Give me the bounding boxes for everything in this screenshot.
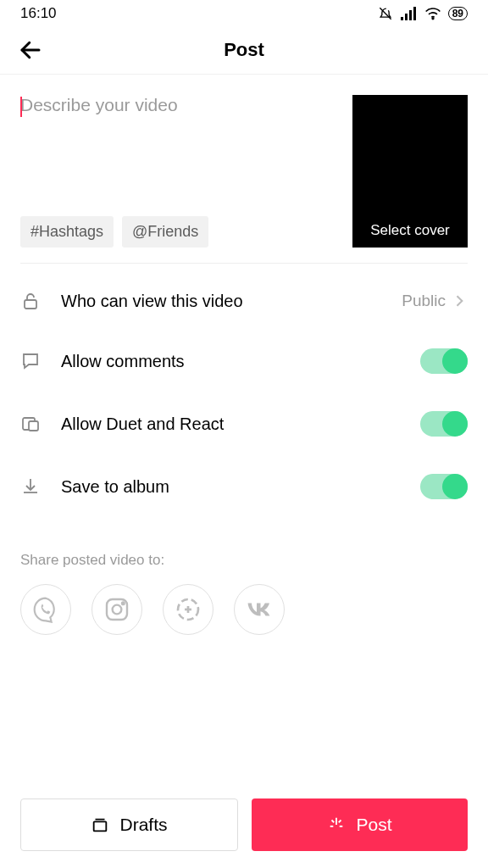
status-time: 16:10 — [20, 5, 57, 22]
description-input[interactable]: Describe your video — [20, 95, 337, 115]
battery-indicator: 89 — [448, 7, 468, 20]
svg-rect-4 — [413, 7, 416, 20]
page-title: Post — [224, 39, 264, 61]
signal-icon — [401, 7, 418, 20]
svg-rect-9 — [29, 421, 38, 431]
svg-point-5 — [432, 18, 434, 19]
allow-duet-row: Allow Duet and React — [0, 392, 488, 455]
lock-open-icon — [20, 291, 41, 311]
allow-duet-label: Allow Duet and React — [61, 415, 420, 434]
friends-chip[interactable]: @Friends — [122, 216, 208, 248]
svg-rect-7 — [25, 300, 36, 309]
bottom-bar: Drafts Post — [0, 798, 488, 851]
status-indicators: 89 — [377, 5, 468, 22]
download-icon — [20, 476, 41, 497]
save-album-row: Save to album — [0, 455, 488, 518]
hashtags-chip[interactable]: #Hashtags — [20, 216, 114, 248]
duet-icon — [20, 414, 41, 434]
share-instagram[interactable] — [92, 584, 142, 635]
status-circle-icon — [175, 596, 202, 623]
select-cover-label: Select cover — [370, 222, 450, 239]
mute-icon — [377, 5, 394, 22]
drafts-button[interactable]: Drafts — [20, 798, 238, 851]
share-section: Share posted video to: — [0, 552, 488, 635]
wifi-icon — [424, 7, 441, 20]
share-label: Share posted video to: — [20, 552, 468, 569]
allow-comments-toggle[interactable] — [420, 348, 468, 374]
compose-area: Describe your video #Hashtags @Friends S… — [0, 75, 488, 263]
svg-rect-2 — [405, 14, 408, 20]
share-status[interactable] — [163, 584, 214, 635]
svg-line-19 — [332, 821, 335, 823]
allow-duet-toggle[interactable] — [420, 411, 468, 437]
comment-icon — [20, 351, 41, 371]
vk-icon — [244, 594, 274, 625]
privacy-value: Public — [402, 292, 446, 310]
allow-comments-row: Allow comments — [0, 330, 488, 392]
whatsapp-icon — [32, 596, 59, 623]
text-cursor — [20, 97, 22, 117]
select-cover-button[interactable]: Select cover — [352, 95, 468, 248]
privacy-label: Who can view this video — [61, 292, 402, 311]
post-label: Post — [356, 815, 391, 835]
svg-rect-1 — [401, 17, 403, 20]
privacy-row[interactable]: Who can view this video Public — [0, 272, 488, 330]
drafts-label: Drafts — [119, 815, 167, 835]
drafts-icon — [91, 815, 109, 834]
share-vk[interactable] — [234, 584, 285, 635]
allow-comments-label: Allow comments — [61, 352, 420, 371]
post-icon — [327, 815, 346, 834]
instagram-icon — [103, 596, 130, 623]
svg-rect-16 — [94, 821, 107, 831]
header: Post — [0, 25, 488, 75]
divider — [20, 263, 468, 264]
svg-point-11 — [113, 605, 122, 615]
svg-line-20 — [339, 821, 341, 823]
post-button[interactable]: Post — [252, 798, 468, 851]
save-album-toggle[interactable] — [420, 474, 468, 499]
save-album-label: Save to album — [61, 477, 420, 497]
chevron-right-icon — [451, 292, 468, 309]
description-placeholder: Describe your video — [20, 95, 178, 114]
svg-rect-3 — [409, 10, 412, 20]
back-button[interactable] — [15, 35, 46, 65]
status-bar: 16:10 89 — [0, 0, 488, 25]
svg-point-12 — [122, 602, 125, 604]
share-whatsapp[interactable] — [20, 584, 71, 635]
arrow-left-icon — [18, 37, 43, 63]
